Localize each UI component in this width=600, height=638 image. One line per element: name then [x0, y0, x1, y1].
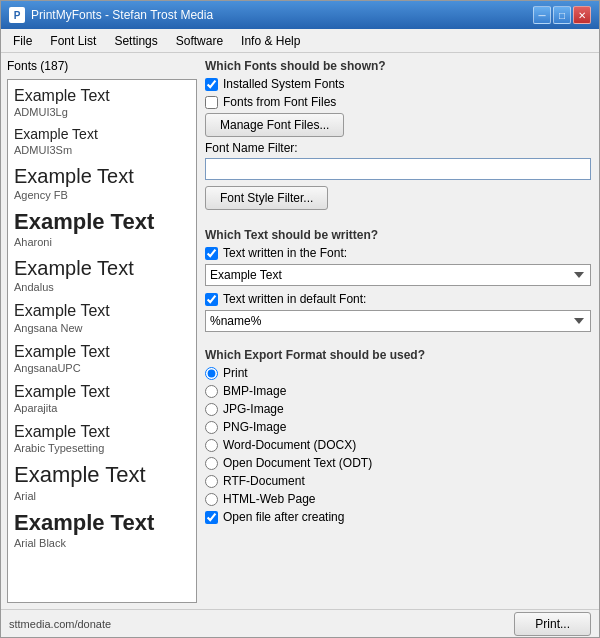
installed-fonts-row: Installed System Fonts	[205, 77, 591, 91]
manage-font-files-button[interactable]: Manage Font Files...	[205, 113, 344, 137]
window-controls: ─ □ ✕	[533, 6, 591, 24]
open-after-row: Open file after creating	[205, 510, 591, 524]
export-title: Which Export Format should be used?	[205, 348, 591, 362]
font-list-item[interactable]: Example TextArial Black	[12, 508, 192, 555]
font-list-item[interactable]: Example TextAngsanaUPC	[12, 340, 192, 380]
export-format-row: JPG-Image	[205, 402, 591, 416]
font-item-name: Arial	[14, 490, 190, 502]
menu-file[interactable]: File	[5, 32, 40, 49]
which-fonts-title: Which Fonts should be shown?	[205, 59, 591, 73]
export-format-radio-jpg[interactable]	[205, 403, 218, 416]
text-in-font-label: Text written in the Font:	[223, 246, 347, 260]
window-title: PrintMyFonts - Stefan Trost Media	[31, 8, 213, 22]
export-format-label-png: PNG-Image	[223, 420, 286, 434]
export-format-list: PrintBMP-ImageJPG-ImagePNG-ImageWord-Doc…	[205, 366, 591, 506]
export-format-label-rtf: RTF-Document	[223, 474, 305, 488]
status-text: sttmedia.com/donate	[9, 618, 111, 630]
export-format-label-bmp: BMP-Image	[223, 384, 286, 398]
status-bar: sttmedia.com/donate Print...	[1, 609, 599, 637]
font-list-item[interactable]: Example TextADMUI3Sm	[12, 124, 192, 162]
menu-bar: File Font List Settings Software Info & …	[1, 29, 599, 53]
export-format-label-docx: Word-Document (DOCX)	[223, 438, 356, 452]
font-item-name: Agency FB	[14, 189, 190, 201]
font-list-item[interactable]: Example TextAharoni	[12, 207, 192, 254]
export-format-radio-print[interactable]	[205, 367, 218, 380]
from-files-row: Fonts from Font Files	[205, 95, 591, 109]
menu-info-help[interactable]: Info & Help	[233, 32, 308, 49]
filter-label: Font Name Filter:	[205, 141, 591, 155]
font-list-item[interactable]: Example TextArabic Typesetting	[12, 420, 192, 460]
which-text-title: Which Text should be written?	[205, 228, 591, 242]
menu-font-list[interactable]: Font List	[42, 32, 104, 49]
text-default-row: Text written in default Font:	[205, 292, 591, 306]
export-format-label-jpg: JPG-Image	[223, 402, 284, 416]
installed-fonts-checkbox[interactable]	[205, 78, 218, 91]
export-format-radio-png[interactable]	[205, 421, 218, 434]
text-in-font-row: Text written in the Font:	[205, 246, 591, 260]
export-format-radio-bmp[interactable]	[205, 385, 218, 398]
from-files-checkbox[interactable]	[205, 96, 218, 109]
font-list-item[interactable]: Example TextADMUI3Lg	[12, 84, 192, 124]
export-format-row: Print	[205, 366, 591, 380]
font-item-name: Aharoni	[14, 236, 190, 248]
font-name-filter-input[interactable]	[205, 158, 591, 180]
export-format-radio-docx[interactable]	[205, 439, 218, 452]
which-text-section: Which Text should be written? Text writt…	[205, 228, 591, 338]
export-format-row: Open Document Text (ODT)	[205, 456, 591, 470]
export-format-radio-html[interactable]	[205, 493, 218, 506]
font-item-name: Andalus	[14, 281, 190, 293]
export-format-row: Word-Document (DOCX)	[205, 438, 591, 452]
export-format-radio-odt[interactable]	[205, 457, 218, 470]
font-list-item[interactable]: Example TextAparajita	[12, 380, 192, 420]
minimize-button[interactable]: ─	[533, 6, 551, 24]
font-list-header: Fonts (187)	[7, 59, 197, 73]
font-item-name: Arabic Typesetting	[14, 442, 190, 454]
menu-settings[interactable]: Settings	[106, 32, 165, 49]
font-item-name: Arial Black	[14, 537, 190, 549]
main-content: Fonts (187) Example TextADMUI3LgExample …	[1, 53, 599, 609]
export-format-row: RTF-Document	[205, 474, 591, 488]
export-format-row: PNG-Image	[205, 420, 591, 434]
from-files-label: Fonts from Font Files	[223, 95, 336, 109]
font-item-name: ADMUI3Sm	[14, 144, 190, 156]
export-format-label-html: HTML-Web Page	[223, 492, 315, 506]
font-list-item[interactable]: Example TextAgency FB	[12, 162, 192, 207]
app-icon: P	[9, 7, 25, 23]
export-format-row: HTML-Web Page	[205, 492, 591, 506]
text-default-dropdown[interactable]: %name% %filename% Custom	[205, 310, 591, 332]
export-format-row: BMP-Image	[205, 384, 591, 398]
menu-software[interactable]: Software	[168, 32, 231, 49]
text-default-label: Text written in default Font:	[223, 292, 366, 306]
title-bar: P PrintMyFonts - Stefan Trost Media ─ □ …	[1, 1, 599, 29]
export-section: Which Export Format should be used? Prin…	[205, 348, 591, 528]
left-panel: Fonts (187) Example TextADMUI3LgExample …	[7, 59, 197, 603]
installed-fonts-label: Installed System Fonts	[223, 77, 344, 91]
font-list-item[interactable]: Example TextAndalus	[12, 254, 192, 299]
text-default-checkbox[interactable]	[205, 293, 218, 306]
font-list-item[interactable]: Example TextArial	[12, 460, 192, 507]
font-item-name: ADMUI3Lg	[14, 106, 190, 118]
font-list-item[interactable]: Example TextAngsana New	[12, 299, 192, 339]
close-button[interactable]: ✕	[573, 6, 591, 24]
font-item-name: Angsana New	[14, 322, 190, 334]
export-format-label-print: Print	[223, 366, 248, 380]
export-format-label-odt: Open Document Text (ODT)	[223, 456, 372, 470]
export-format-radio-rtf[interactable]	[205, 475, 218, 488]
right-panel: Which Fonts should be shown? Installed S…	[205, 59, 593, 603]
maximize-button[interactable]: □	[553, 6, 571, 24]
text-in-font-checkbox[interactable]	[205, 247, 218, 260]
title-bar-left: P PrintMyFonts - Stefan Trost Media	[9, 7, 213, 23]
text-in-font-dropdown[interactable]: Example Text Custom Text Alphabet	[205, 264, 591, 286]
font-list[interactable]: Example TextADMUI3LgExample TextADMUI3Sm…	[7, 79, 197, 603]
font-item-name: Aparajita	[14, 402, 190, 414]
font-item-name: AngsanaUPC	[14, 362, 190, 374]
open-after-checkbox[interactable]	[205, 511, 218, 524]
which-fonts-section: Which Fonts should be shown? Installed S…	[205, 59, 591, 214]
open-after-label: Open file after creating	[223, 510, 344, 524]
manage-btn-row: Manage Font Files...	[205, 113, 591, 137]
print-button[interactable]: Print...	[514, 612, 591, 636]
main-window: P PrintMyFonts - Stefan Trost Media ─ □ …	[0, 0, 600, 638]
font-style-filter-button[interactable]: Font Style Filter...	[205, 186, 328, 210]
